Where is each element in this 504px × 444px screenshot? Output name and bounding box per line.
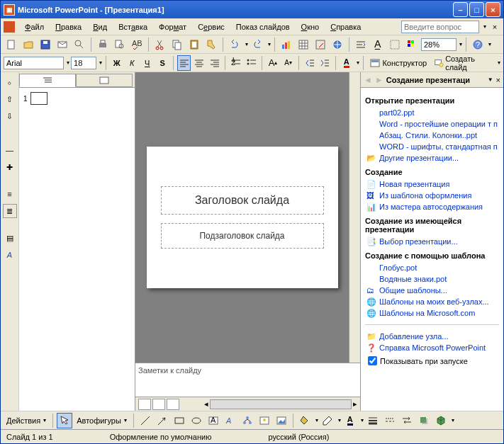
table-button[interactable] — [296, 37, 311, 52]
ask-question-input[interactable] — [401, 21, 479, 33]
toolbar-options-icon[interactable]: ▾ — [488, 41, 491, 47]
scroll-left-icon[interactable]: ◂ — [204, 399, 208, 409]
show-startup-checkbox[interactable]: Показывать при запуске — [365, 353, 499, 367]
chart-button[interactable] — [279, 37, 294, 52]
open-link[interactable]: Абзац. Стили. Колонки..ppt — [365, 130, 499, 141]
font-combo[interactable]: Arial — [4, 57, 64, 69]
menu-view[interactable]: Вид — [89, 21, 111, 33]
font-color-button[interactable]: A — [340, 55, 354, 71]
align-right-button[interactable] — [208, 55, 222, 71]
line-color-dropdown-icon[interactable]: ▾ — [338, 417, 341, 423]
horizontal-scrollbar[interactable] — [210, 399, 352, 409]
undo-dropdown-icon[interactable]: ▾ — [245, 41, 248, 47]
menu-slideshow[interactable]: Показ слайдов — [232, 21, 294, 33]
taskpane-back-icon[interactable]: ◄ — [364, 75, 372, 85]
new-button[interactable] — [4, 37, 19, 52]
notes-pane[interactable]: Заметки к слайду — [135, 363, 360, 397]
menu-insert[interactable]: Вставка — [114, 21, 152, 33]
taskpane-dropdown-icon[interactable]: ▼ — [488, 76, 493, 83]
line-style-button[interactable] — [365, 413, 381, 428]
zoom-combo[interactable]: 28% — [421, 38, 457, 51]
show-startup-input[interactable] — [368, 356, 377, 365]
increase-font-button[interactable]: A▴ — [266, 55, 280, 71]
template-link[interactable]: Водяные знаки.pot — [365, 273, 499, 285]
doc-close-button[interactable]: × — [489, 21, 500, 33]
rail-collapse-all-icon[interactable]: ≡ — [3, 187, 17, 201]
add-node-link[interactable]: 📁Добавление узла... — [365, 331, 499, 342]
actions-menu-button[interactable]: Действия▾ — [4, 415, 49, 426]
open-button[interactable] — [21, 37, 36, 52]
more-presentations-link[interactable]: 📂Другие презентации... — [365, 152, 499, 164]
menu-window[interactable]: Окно — [297, 21, 324, 33]
help-link[interactable]: ❓Справка Microsoft PowerPoint — [365, 342, 499, 353]
autoshapes-button[interactable]: Автофигуры▾ — [74, 415, 130, 426]
expand-button[interactable] — [353, 37, 369, 52]
menu-file[interactable]: Файл — [21, 21, 48, 33]
rail-nav-down-icon[interactable]: ⇩ — [3, 109, 17, 123]
vertical-scrollbar[interactable] — [349, 72, 360, 363]
rail-expand-all-icon[interactable]: ≣ — [3, 204, 17, 218]
rail-show-formatting-icon[interactable]: A — [3, 248, 17, 262]
increase-indent-button[interactable] — [318, 55, 332, 71]
arrow-style-button[interactable] — [399, 413, 415, 428]
size-dropdown-icon[interactable]: ▾ — [99, 59, 102, 66]
decrease-indent-button[interactable] — [303, 55, 317, 71]
menu-service[interactable]: Сервис — [194, 21, 229, 33]
ms-templates-link[interactable]: 🌐Шаблоны на Microsoft.com — [365, 307, 499, 319]
open-link[interactable]: Word - простейшие операции т п — [365, 118, 499, 130]
print-button[interactable] — [95, 37, 111, 52]
choose-presentation-link[interactable]: 📑Выбор презентации... — [365, 236, 499, 247]
line-tool-button[interactable] — [138, 413, 153, 428]
tab-slides[interactable] — [76, 74, 133, 87]
general-templates-link[interactable]: 🗂Общие шаблоны... — [365, 285, 499, 296]
font-color2-dropdown-icon[interactable]: ▾ — [361, 417, 364, 423]
draw-options-icon[interactable]: ▾ — [452, 417, 454, 423]
slide-thumbnail-1[interactable]: 1 — [23, 92, 130, 105]
menu-edit[interactable]: Правка — [51, 21, 86, 33]
sorter-view-button[interactable] — [152, 399, 165, 410]
rail-nav-up-icon[interactable]: ⇧ — [3, 92, 17, 106]
3d-style-button[interactable] — [433, 413, 449, 428]
textbox-tool-button[interactable]: A — [206, 413, 221, 428]
title-placeholder[interactable]: Заголовок слайда — [161, 186, 324, 215]
wordart-button[interactable]: A — [223, 413, 238, 428]
normal-view-button[interactable] — [138, 399, 151, 410]
show-formatting-button[interactable]: A̲ — [370, 37, 386, 52]
clipart-button[interactable] — [257, 413, 272, 428]
bullets-button[interactable] — [245, 55, 259, 71]
spell-button[interactable]: ABC — [129, 37, 145, 52]
preview-button[interactable] — [112, 37, 128, 52]
redo-dropdown-icon[interactable]: ▾ — [268, 41, 271, 47]
bold-button[interactable]: Ж — [110, 55, 124, 71]
paste-button[interactable] — [186, 37, 202, 52]
shadow-button[interactable]: S — [156, 55, 170, 71]
redo-button[interactable] — [250, 37, 265, 52]
underline-button[interactable]: Ч — [140, 55, 155, 71]
fill-color-button[interactable] — [297, 413, 313, 428]
shadow-style-button[interactable] — [416, 413, 432, 428]
font-size-combo[interactable]: 18 — [71, 57, 96, 69]
template-link[interactable]: Глобус.pot — [365, 262, 499, 273]
tab-outline[interactable] — [19, 74, 76, 87]
minimize-button[interactable]: – — [453, 2, 468, 17]
hyperlink-button[interactable] — [330, 37, 345, 52]
color-button[interactable] — [404, 37, 420, 52]
numbering-button[interactable]: 12 — [229, 55, 243, 71]
maximize-button[interactable]: □ — [469, 2, 484, 17]
email-button[interactable] — [55, 37, 70, 52]
picture-button[interactable] — [274, 413, 289, 428]
font-color-button2[interactable]: A — [342, 413, 358, 428]
slide-canvas[interactable]: Заголовок слайда Подзаголовок слайда — [135, 72, 349, 363]
subtitle-placeholder[interactable]: Подзаголовок слайда — [161, 223, 324, 249]
taskpane-forward-icon[interactable]: ► — [375, 75, 383, 85]
menu-help[interactable]: Справка — [326, 21, 365, 33]
new-presentation-link[interactable]: 📄Новая презентация — [365, 178, 499, 190]
font-color-dropdown-icon[interactable]: ▾ — [357, 59, 359, 66]
rectangle-tool-button[interactable] — [172, 413, 187, 428]
rail-expand-icon[interactable]: ✚ — [3, 160, 17, 174]
open-link[interactable]: part02.ppt — [365, 107, 499, 118]
designer-button[interactable]: Конструктор — [366, 56, 430, 70]
taskpane-close-icon[interactable]: × — [496, 76, 500, 84]
save-button[interactable] — [38, 37, 53, 52]
arrow-tool-button[interactable] — [155, 413, 170, 428]
